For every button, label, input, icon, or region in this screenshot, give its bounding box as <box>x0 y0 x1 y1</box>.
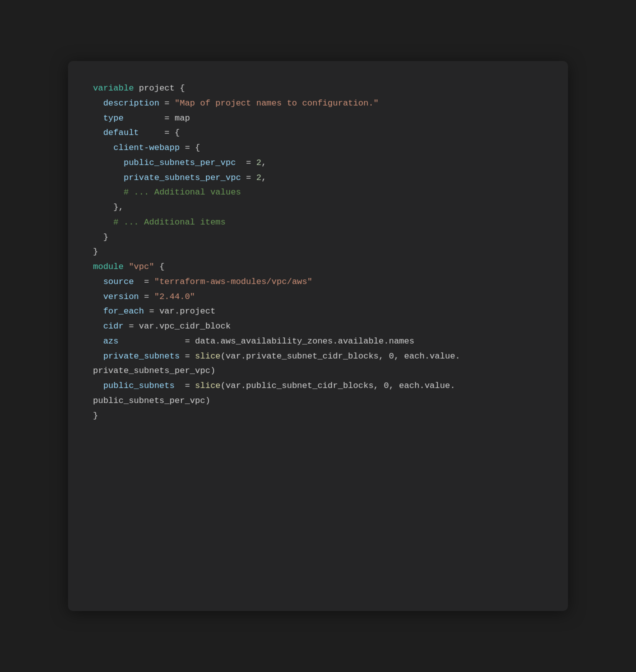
code-block: variable project { description = "Map of… <box>93 81 543 423</box>
code-line: default = { <box>93 126 543 140</box>
code-line: azs = data.aws_availability_zones.availa… <box>93 334 543 349</box>
code-line: for_each = var.project <box>93 304 543 319</box>
code-line: # ... Additional items <box>93 215 543 230</box>
code-line: private_subnets_per_vpc) <box>93 364 543 378</box>
code-line: public_subnets_per_vpc) <box>93 394 543 408</box>
code-line: public_subnets_per_vpc = 2, <box>93 156 543 170</box>
code-line: variable project { <box>93 81 543 96</box>
code-line: cidr = var.vpc_cidr_block <box>93 319 543 334</box>
code-line: } <box>93 230 543 245</box>
code-line: client-webapp = { <box>93 140 543 156</box>
code-line: version = "2.44.0" <box>93 290 543 304</box>
code-line: description = "Map of project names to c… <box>93 96 543 111</box>
code-line: } <box>93 408 543 424</box>
code-line: private_subnets = slice(var.private_subn… <box>93 349 543 364</box>
code-line: # ... Additional values <box>93 185 543 200</box>
code-container: variable project { description = "Map of… <box>68 61 568 611</box>
code-line: module "vpc" { <box>93 260 543 274</box>
code-line: private_subnets_per_vpc = 2, <box>93 170 543 186</box>
code-line: public_subnets = slice(var.public_subnet… <box>93 378 543 394</box>
code-line: source = "terraform-aws-modules/vpc/aws" <box>93 274 543 290</box>
code-line: }, <box>93 200 543 215</box>
code-line: type = map <box>93 111 543 126</box>
code-line: } <box>93 244 543 260</box>
